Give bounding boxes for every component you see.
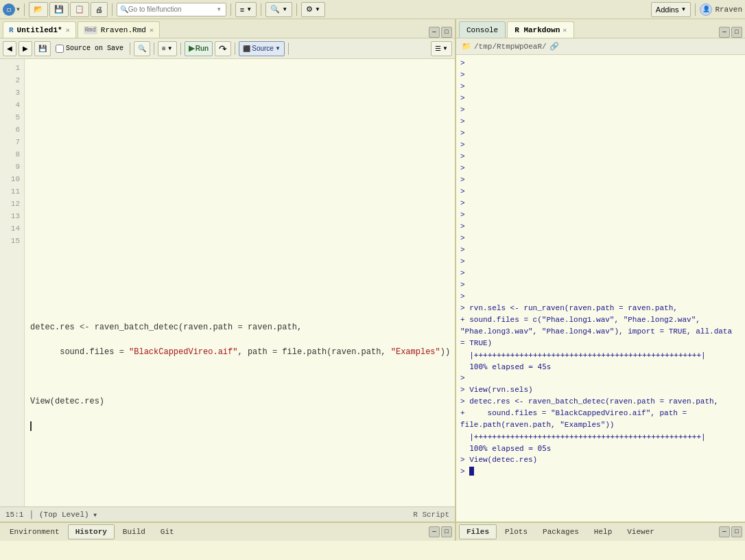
tab-untitled1-close[interactable]: ✕ (66, 26, 70, 34)
editor-tabs: R Untitled1* ✕ Rmd Rraven.Rmd ✕ ─ □ (0, 19, 455, 38)
code-line-15[interactable] (30, 420, 449, 432)
level-dropdown[interactable]: ▼ (93, 512, 97, 518)
find-btn[interactable]: 🔍 ▼ (265, 2, 292, 17)
script-type: R Script (413, 511, 449, 519)
tools-btn[interactable]: ⚙ ▼ (301, 2, 325, 17)
console-line-2: > (460, 69, 741, 81)
find-replace-btn[interactable]: 🔍 (134, 41, 150, 56)
code-line-9 (30, 272, 449, 284)
bottom-tab-git[interactable]: Git (154, 524, 181, 539)
tab-console[interactable]: Console (459, 21, 506, 38)
console-line-4: > (460, 93, 741, 104)
console-line-9: > (460, 151, 741, 163)
back-btn[interactable]: ◀ (3, 41, 16, 56)
bottom-left-win-btns: ─ □ (429, 526, 452, 537)
code-line-4 (30, 148, 449, 161)
code-line-10 (30, 296, 449, 309)
addins-btn[interactable]: Addins ▼ (651, 2, 691, 17)
console-output[interactable]: > > > > > > > > > > > > > > > > > > > > … (456, 55, 745, 522)
source-on-save-label: Source on Save (66, 45, 123, 52)
new-file-btn[interactable]: ◻ (3, 3, 15, 16)
code-menu-btn[interactable]: ≡ ▼ (235, 2, 257, 17)
path-folder-icon: 📁 (462, 42, 471, 51)
bottom-tab-viewer[interactable]: Viewer (620, 524, 661, 539)
console-line-13: > (460, 198, 741, 209)
tab-rraven-rmd-close[interactable]: ✕ (150, 26, 154, 34)
tab-untitled1[interactable]: R Untitled1* ✕ (3, 21, 76, 38)
user-area: 👤 Rraven (700, 3, 742, 16)
bottom-tab-help[interactable]: Help (587, 524, 619, 539)
code-line-11: detec.res <- raven_batch_detec(raven.pat… (30, 321, 449, 334)
console-line-33[interactable]: > (460, 466, 741, 478)
console-cursor (469, 467, 474, 476)
code-level: (Top Level) ▼ (39, 511, 97, 519)
path-link-icon[interactable]: 🔗 (549, 42, 559, 51)
console-line-3: > (460, 81, 741, 93)
source-on-save-checkbox[interactable] (56, 45, 64, 53)
editor-minimize-btn[interactable]: ─ (429, 27, 440, 38)
tab-rmd-icon: Rmd (84, 26, 97, 34)
console-line-19: > (460, 268, 741, 279)
code-tools-btn[interactable]: ≡ ▼ (158, 41, 177, 56)
save-all-btn[interactable]: 📋 (70, 2, 89, 17)
editor-status: 15:1 │ (Top Level) ▼ R Script (0, 506, 455, 522)
code-line-14: View(detec.res) (30, 395, 449, 408)
console-line-29: + sound.files = "BlackCappedVireo.aif", … (460, 408, 741, 431)
bottom-panels: Environment History Build Git ─ □ Files … (0, 522, 745, 541)
sep6 (695, 3, 696, 16)
console-line-31: 100% elapsed = 05s (460, 443, 741, 454)
console-path-text: /tmp/RtmpWpOeaR/ (474, 43, 547, 51)
console-tab-label: Console (466, 26, 498, 34)
code-line-8 (30, 247, 449, 259)
tab-untitled1-label: Untitled1* (17, 26, 62, 34)
console-line-6: > (460, 116, 741, 128)
open-file-btn[interactable]: 📂 (29, 2, 48, 17)
bottom-left-panel: Environment History Build Git ─ □ (0, 523, 456, 541)
console-line-22: > rvn.sels <- run_raven(raven.path = rav… (460, 303, 741, 314)
console-line-20: > (460, 279, 741, 291)
console-line-7: > (460, 128, 741, 139)
tab-rraven-rmd[interactable]: Rmd Rraven.Rmd ✕ (78, 21, 160, 38)
sep1 (24, 3, 25, 16)
code-editor[interactable]: detec.res <- raven_batch_detec(raven.pat… (25, 59, 455, 506)
console-line-27: > View(rvn.sels) (460, 384, 741, 396)
code-line-5 (30, 173, 449, 185)
bottom-tab-files[interactable]: Files (459, 524, 497, 539)
rerun-btn[interactable]: ↷ (215, 41, 231, 56)
goto-input[interactable] (128, 5, 217, 13)
console-line-5: > (460, 104, 741, 116)
console-line-16: > (460, 233, 741, 244)
console-maximize-btn[interactable]: □ (731, 27, 742, 38)
goto-dropdown[interactable]: ▼ (217, 6, 221, 12)
save-btn[interactable]: 💾 (49, 2, 69, 17)
tab-r-markdown[interactable]: R Markdown ✕ (507, 21, 574, 38)
console-path-bar: 📁 /tmp/RtmpWpOeaR/ 🔗 (456, 38, 745, 55)
main-layout: R Untitled1* ✕ Rmd Rraven.Rmd ✕ ─ □ ◀ ▶ … (0, 19, 745, 522)
bottom-tab-history[interactable]: History (68, 524, 115, 539)
console-line-8: > (460, 139, 741, 151)
console-line-21: > (460, 291, 741, 303)
bottom-tab-packages[interactable]: Packages (536, 524, 586, 539)
bottom-right-minimize-btn[interactable]: ─ (719, 526, 730, 537)
save-file-btn[interactable]: 💾 (34, 41, 51, 56)
sep3 (230, 3, 231, 16)
source-btn[interactable]: ⬛ Source ▼ (239, 41, 285, 56)
bottom-left-minimize-btn[interactable]: ─ (429, 526, 440, 537)
r-markdown-tab-close[interactable]: ✕ (563, 26, 567, 34)
print-btn[interactable]: 🖨 (91, 2, 108, 17)
bottom-left-maximize-btn[interactable]: □ (441, 526, 452, 537)
bottom-tab-plots[interactable]: Plots (498, 524, 534, 539)
console-line-1: > (460, 58, 741, 69)
console-minimize-btn[interactable]: ─ (719, 27, 730, 38)
bottom-tab-environment[interactable]: Environment (3, 524, 67, 539)
editor-content: 12345 678910 1112131415 detec.res <- rav… (0, 59, 455, 506)
bottom-right-maximize-btn[interactable]: □ (731, 526, 742, 537)
run-btn[interactable]: ▶ Run (185, 41, 213, 56)
bottom-tab-build[interactable]: Build (116, 524, 152, 539)
editor-maximize-btn[interactable]: □ (441, 27, 452, 38)
user-icon: 👤 (700, 3, 712, 16)
forward-btn[interactable]: ▶ (19, 41, 32, 56)
new-file-dropdown[interactable]: ▼ (16, 6, 20, 12)
editor-toolbar: ◀ ▶ 💾 Source on Save 🔍 ≡ ▼ ▶ Run ↷ ⬛ Sou… (0, 38, 455, 59)
editor-options-btn[interactable]: ☰ ▼ (431, 41, 452, 56)
